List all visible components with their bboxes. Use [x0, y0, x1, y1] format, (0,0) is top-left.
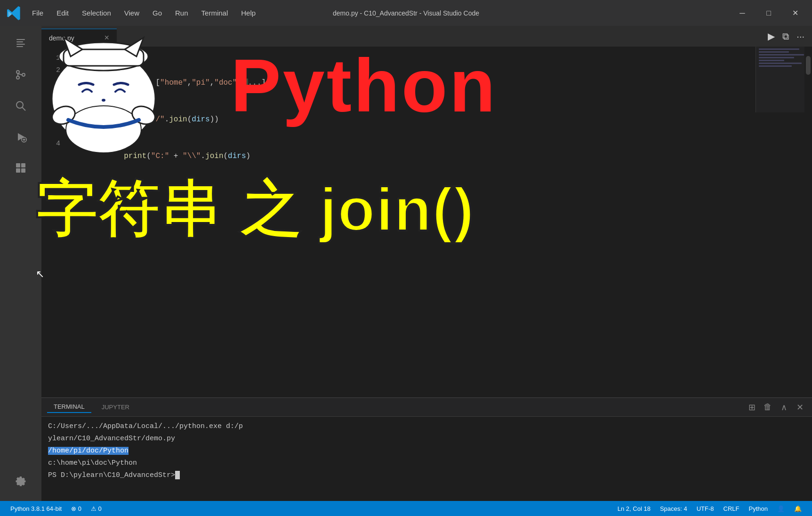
terminal-close-button[interactable]: ✕ [793, 401, 806, 414]
menu-file[interactable]: File [26, 7, 49, 19]
title-bar: File Edit Selection View Go Run Terminal… [0, 0, 812, 26]
svg-rect-15 [21, 163, 25, 167]
explorer-icon[interactable] [7, 30, 35, 58]
status-bar: Python 3.8.1 64-bit ⊗ 0 ⚠ 0 Ln 2, Col 18… [0, 501, 812, 516]
status-errors[interactable]: ⊗ 0 [66, 501, 86, 516]
python-overlay-text: Python [231, 42, 497, 129]
svg-point-6 [22, 73, 25, 76]
search-icon[interactable] [7, 92, 35, 120]
settings-icon[interactable] [7, 467, 35, 495]
menu-help[interactable]: Help [235, 7, 261, 19]
svg-rect-17 [21, 168, 25, 173]
menu-terminal[interactable]: Terminal [196, 7, 234, 19]
scrollbar-thumb [806, 56, 811, 75]
svg-point-24 [66, 106, 141, 153]
status-spaces[interactable]: Spaces: 4 [655, 501, 692, 516]
terminal-trash-button[interactable]: 🗑 [761, 401, 774, 414]
maximize-button[interactable]: □ [757, 6, 780, 21]
terminal-controls: ⊞ 🗑 ∧ ✕ [745, 401, 806, 414]
menu-selection[interactable]: Selection [76, 7, 117, 19]
terminal-new-button[interactable]: ⊞ [745, 401, 758, 414]
terminal-tab-terminal[interactable]: TERMINAL [47, 401, 91, 413]
vscode-logo [6, 5, 23, 22]
terminal-tab-jupyter[interactable]: JUPYTER [95, 402, 136, 413]
terminal-tab-bar: TERMINAL JUPYTER ⊞ 🗑 ∧ ✕ [41, 398, 812, 417]
activity-bar [0, 26, 41, 501]
svg-point-5 [16, 76, 19, 79]
terminal-body[interactable]: C:/Users/.../AppData/Local/.../python.ex… [41, 417, 812, 501]
mascot-image [38, 26, 169, 158]
terminal-line-2-highlighted: /home/pi/doc/Python [48, 445, 805, 457]
svg-point-8 [16, 102, 23, 108]
svg-point-4 [16, 71, 19, 73]
editor-minimap [756, 47, 812, 112]
menu-edit[interactable]: Edit [51, 7, 74, 19]
status-line-ending[interactable]: CRLF [719, 501, 744, 516]
svg-rect-16 [16, 168, 20, 173]
menu-run[interactable]: Run [169, 7, 194, 19]
close-button[interactable]: ✕ [784, 6, 806, 21]
window-title: demo.py - C10_AdvancedStr - Visual Studi… [333, 9, 479, 17]
terminal-panel: TERMINAL JUPYTER ⊞ 🗑 ∧ ✕ C:/Users/.../Ap… [41, 397, 812, 501]
menu-view[interactable]: View [119, 7, 145, 19]
minimize-button[interactable]: ─ [731, 6, 754, 21]
svg-rect-3 [16, 46, 23, 47]
mouse-cursor-icon: ↖ [36, 268, 44, 280]
status-warnings[interactable]: ⚠ 0 [86, 501, 106, 516]
source-control-icon[interactable] [7, 61, 35, 89]
split-editor-button[interactable]: ⧉ [780, 30, 791, 43]
status-encoding[interactable]: UTF-8 [692, 501, 719, 516]
chinese-subtitle-text: 字符串 之 join() [35, 179, 475, 240]
terminal-line-3: c:\home\pi\doc\Python [48, 457, 805, 469]
svg-rect-0 [16, 39, 25, 40]
extensions-icon[interactable] [7, 154, 35, 182]
status-bell-icon[interactable]: 🔔 [789, 501, 806, 516]
svg-point-23 [102, 99, 105, 102]
tab-actions: ▶ ⧉ ··· [760, 26, 812, 47]
window-controls: ─ □ ✕ [731, 6, 806, 21]
terminal-chevron-up-button[interactable]: ∧ [777, 401, 790, 414]
menu-go[interactable]: Go [147, 7, 168, 19]
svg-rect-1 [16, 41, 23, 42]
status-line-col[interactable]: Ln 2, Col 18 [613, 501, 655, 516]
editor-scrollbar[interactable] [804, 47, 812, 397]
svg-line-9 [22, 107, 25, 111]
terminal-line-1: ylearn/C10_AdvancedStr/demo.py [48, 433, 805, 445]
run-button[interactable]: ▶ [766, 30, 777, 43]
svg-rect-14 [16, 163, 20, 167]
terminal-line-4: PS D:\pylearn\C10_AdvancedStr> [48, 469, 805, 482]
status-language[interactable]: Python [744, 501, 772, 516]
terminal-cursor [175, 471, 180, 479]
more-actions-button[interactable]: ··· [795, 30, 806, 43]
svg-rect-2 [16, 44, 25, 45]
run-debug-icon[interactable] [7, 123, 35, 151]
status-python-version[interactable]: Python 3.8.1 64-bit [6, 501, 66, 516]
status-user-icon[interactable]: 👤 [772, 501, 789, 516]
terminal-line-path: C:/Users/.../AppData/Local/.../python.ex… [48, 421, 805, 433]
